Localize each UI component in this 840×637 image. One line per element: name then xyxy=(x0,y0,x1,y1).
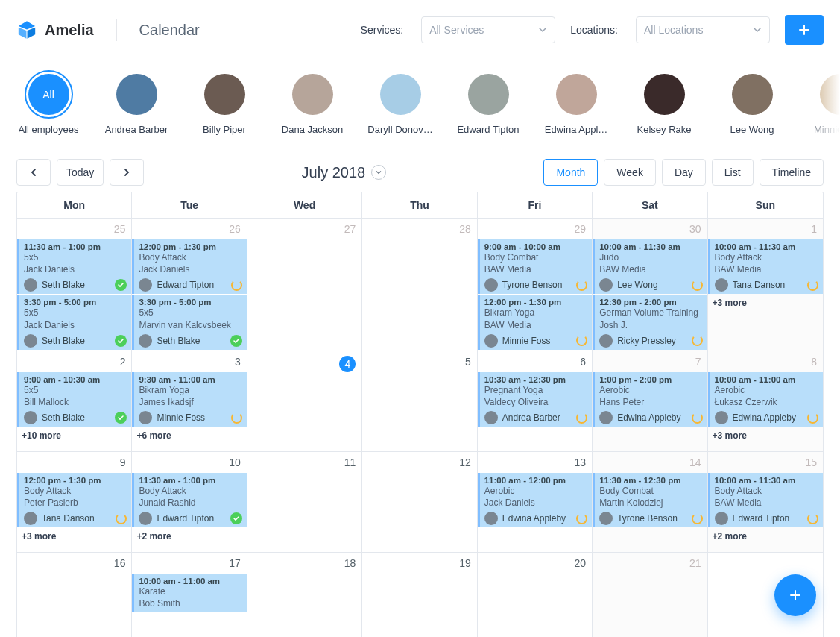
more-events-link[interactable]: +3 more xyxy=(708,427,823,444)
view-button-list[interactable]: List xyxy=(712,159,754,186)
status-pending-icon xyxy=(807,513,818,524)
calendar-day-cell[interactable]: 2612:00 pm - 1:30 pmBody AttackJack Dani… xyxy=(132,219,247,351)
calendar-day-cell[interactable]: 28 xyxy=(362,219,477,351)
calendar-day-cell[interactable]: 1710:00 am - 11:00 amKarateBob Smith xyxy=(132,553,247,637)
more-events-link[interactable]: +10 more xyxy=(17,427,131,444)
event-customer: Jack Daniels xyxy=(24,319,127,331)
calendar-event[interactable]: 10:00 am - 11:30 amBody AttackBAW MediaE… xyxy=(708,473,823,527)
avatar xyxy=(292,74,333,115)
event-staff: Andrea Barber xyxy=(502,412,560,423)
day-number: 17 xyxy=(132,553,246,574)
avatar xyxy=(484,411,498,424)
day-number: 15 xyxy=(708,452,823,473)
more-events-link[interactable]: +2 more xyxy=(708,528,823,545)
calendar-day-cell[interactable]: 299:00 am - 10:00 amBody CombatBAW Media… xyxy=(478,219,593,351)
calendar-event[interactable]: 11:00 am - 12:00 pmAerobicJack DanielsEd… xyxy=(478,473,592,527)
event-time: 12:00 pm - 1:30 pm xyxy=(484,298,587,307)
status-pending-icon xyxy=(692,335,703,346)
calendar-event[interactable]: 12:00 pm - 1:30 pmBikram YogaBAW MediaMi… xyxy=(478,295,592,349)
calendar-day-cell[interactable]: 1411:30 am - 12:30 pmBody CombatMartin K… xyxy=(593,452,707,553)
add-button[interactable] xyxy=(785,15,824,45)
brand-logo[interactable]: Amelia xyxy=(16,19,94,40)
calendar-day-cell[interactable]: 3010:00 am - 11:30 amJudoBAW MediaLee Wo… xyxy=(593,219,707,351)
calendar-event[interactable]: 12:00 pm - 1:30 pmBody AttackPeter Pasie… xyxy=(17,473,131,527)
event-time: 11:30 am - 1:00 pm xyxy=(24,242,127,251)
employee-filter-item[interactable]: Edwina Appl… xyxy=(544,74,608,135)
calendar-event[interactable]: 10:00 am - 11:30 amJudoBAW MediaLee Wong xyxy=(593,239,707,294)
calendar-day-cell[interactable]: 4 xyxy=(247,351,362,452)
event-staff: Seth Blake xyxy=(42,412,85,423)
next-button[interactable] xyxy=(110,159,144,186)
employee-filter-item[interactable]: Edward Tipton xyxy=(456,74,520,135)
calendar-event[interactable]: 9:00 am - 10:30 am5x5Bill MallockSeth Bl… xyxy=(17,372,131,427)
calendar-day-cell[interactable]: 39:30 am - 11:00 amBikram YogaJames Ikad… xyxy=(132,351,247,452)
calendar-day-cell[interactable]: 1311:00 am - 12:00 pmAerobicJack Daniels… xyxy=(478,452,593,553)
avatar xyxy=(468,74,509,115)
view-button-day[interactable]: Day xyxy=(662,159,706,186)
avatar xyxy=(599,512,613,525)
status-approved-icon xyxy=(230,512,242,524)
calendar-event[interactable]: 10:00 am - 11:30 amBody AttackBAW MediaT… xyxy=(708,239,823,294)
calendar-day-cell[interactable]: 12 xyxy=(362,452,477,553)
calendar-event[interactable]: 10:30 am - 12:30 pmPregnant YogaValdecy … xyxy=(478,372,592,427)
employee-filter-item[interactable]: Dana Jackson xyxy=(280,74,344,135)
view-button-week[interactable]: Week xyxy=(604,159,656,186)
employee-filter-item[interactable]: Lee Wong xyxy=(720,74,784,135)
employee-filter-item[interactable]: Andrea Barber xyxy=(104,74,168,135)
calendar-event[interactable]: 11:30 am - 12:30 pmBody CombatMartin Kol… xyxy=(593,473,707,527)
calendar-day-cell[interactable]: 2511:30 am - 1:00 pm5x5Jack DanielsSeth … xyxy=(17,219,132,351)
calendar-day-cell[interactable]: 810:00 am - 11:00 amAerobicŁukasz Czerwi… xyxy=(708,351,823,452)
calendar-day-cell[interactable]: 71:00 pm - 2:00 pmAerobicHans PeterEdwin… xyxy=(593,351,707,452)
view-button-month[interactable]: Month xyxy=(543,159,598,186)
services-select[interactable]: All Services xyxy=(421,16,555,43)
calendar-event[interactable]: 10:00 am - 11:00 amAerobicŁukasz Czerwik… xyxy=(708,372,823,427)
status-pending-icon xyxy=(692,412,703,424)
employee-filter-all[interactable]: AllAll employees xyxy=(16,74,80,135)
employee-filter-item[interactable]: Minnie Foss xyxy=(808,74,840,135)
event-staff: Minnie Foss xyxy=(502,336,551,346)
prev-button[interactable] xyxy=(16,159,51,186)
calendar-event[interactable]: 12:30 pm - 2:00 pmGerman Volume Training… xyxy=(593,295,707,349)
more-events-link[interactable]: +2 more xyxy=(132,528,246,545)
view-button-timeline[interactable]: Timeline xyxy=(760,159,824,186)
calendar-day-cell[interactable]: 912:00 pm - 1:30 pmBody AttackPeter Pasi… xyxy=(17,452,132,553)
employee-filter-item[interactable]: Daryll Donov… xyxy=(368,74,432,135)
employee-filter-item[interactable]: Kelsey Rake xyxy=(632,74,696,135)
calendar-day-cell[interactable]: 27 xyxy=(247,219,362,351)
period-dropdown[interactable] xyxy=(371,165,386,180)
fab-add-button[interactable] xyxy=(774,574,816,616)
calendar-day-cell[interactable]: 18 xyxy=(247,553,362,637)
event-time: 1:00 pm - 2:00 pm xyxy=(599,375,702,384)
today-button[interactable]: Today xyxy=(57,159,104,186)
more-events-link[interactable]: +3 more xyxy=(708,295,823,311)
calendar-day-cell[interactable]: 110:00 am - 11:30 amBody AttackBAW Media… xyxy=(708,219,823,351)
calendar-event[interactable]: 11:30 am - 1:00 pmBody AttackJunaid Rash… xyxy=(132,473,246,527)
calendar-day-cell[interactable]: 29:00 am - 10:30 am5x5Bill MallockSeth B… xyxy=(17,351,132,452)
more-events-link[interactable]: +3 more xyxy=(17,528,131,545)
calendar-event[interactable]: 10:00 am - 11:00 amKarateBob Smith xyxy=(132,574,246,612)
calendar-day-cell[interactable]: 5 xyxy=(362,351,477,452)
calendar-event[interactable]: 9:00 am - 10:00 amBody CombatBAW MediaTy… xyxy=(478,239,592,294)
calendar-day-cell[interactable]: 21 xyxy=(593,553,707,637)
calendar-event[interactable]: 1:00 pm - 2:00 pmAerobicHans PeterEdwina… xyxy=(593,372,707,427)
calendar-event[interactable]: 9:30 am - 11:00 amBikram YogaJames Ikads… xyxy=(132,372,246,427)
calendar-day-cell[interactable]: 1510:00 am - 11:30 amBody AttackBAW Medi… xyxy=(708,452,823,553)
calendar-day-cell[interactable]: 1011:30 am - 1:00 pmBody AttackJunaid Ra… xyxy=(132,452,247,553)
calendar-day-cell[interactable]: 20 xyxy=(478,553,593,637)
event-time: 10:00 am - 11:00 am xyxy=(139,577,241,586)
employee-filter-item[interactable]: Billy Piper xyxy=(192,74,256,135)
more-events-link[interactable]: +6 more xyxy=(132,427,246,444)
calendar-event[interactable]: 3:30 pm - 5:00 pm5x5Jack DanielsSeth Bla… xyxy=(17,295,131,349)
calendar-event[interactable]: 3:30 pm - 5:00 pm5x5Marvin van Kalcvsbee… xyxy=(132,295,246,349)
calendar-day-cell[interactable]: 19 xyxy=(362,553,477,637)
calendar-day-cell[interactable]: 16 xyxy=(17,553,132,637)
calendar-day-cell[interactable]: 11 xyxy=(247,452,362,553)
event-time: 10:00 am - 11:30 am xyxy=(715,242,818,251)
event-customer: Jack Daniels xyxy=(139,263,241,275)
calendar-day-cell[interactable]: 610:30 am - 12:30 pmPregnant YogaValdecy… xyxy=(478,351,593,452)
day-number: 12 xyxy=(362,452,476,473)
status-pending-icon xyxy=(116,513,127,524)
calendar-event[interactable]: 12:00 pm - 1:30 pmBody AttackJack Daniel… xyxy=(132,239,246,294)
locations-select[interactable]: All Locations xyxy=(636,16,770,43)
calendar-event[interactable]: 11:30 am - 1:00 pm5x5Jack DanielsSeth Bl… xyxy=(17,239,131,294)
